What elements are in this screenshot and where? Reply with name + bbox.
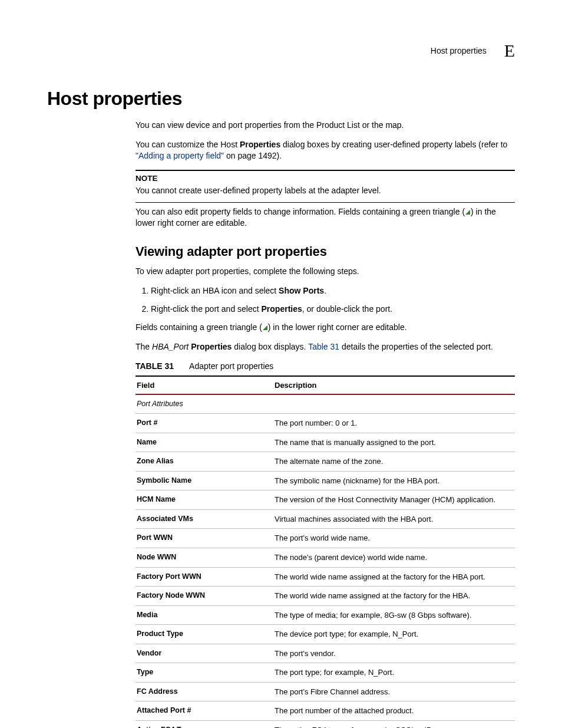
table-row: Zone AliasThe alternate name of the zone…: [135, 452, 515, 472]
steps-list: Right-click an HBA icon and select Show …: [135, 285, 515, 315]
cell-field: Port #: [135, 414, 273, 433]
col-description: Description: [273, 376, 515, 395]
show-ports-label: Show Ports: [279, 286, 324, 295]
cell-description: The port's world wide name.: [273, 529, 515, 548]
hba-port-italic: HBA_Port: [152, 342, 189, 351]
cell-description: Virtual machines associated with the HBA…: [273, 509, 515, 529]
table-group-label: Port Attributes: [135, 394, 515, 413]
green-triangle-icon: [465, 210, 470, 215]
text: dialog boxes by creating user-defined pr…: [280, 140, 507, 149]
table-row: Node WWNThe node's (parent device) world…: [135, 548, 515, 568]
cell-field: Vendor: [135, 644, 273, 663]
properties-word: Properties: [240, 140, 280, 149]
cell-description: The type of media; for example, 8G-sw (8…: [273, 605, 515, 625]
cell-field: Factory Port WWN: [135, 567, 273, 587]
table-caption: TABLE 31Adapter port properties: [135, 361, 515, 372]
cell-description: The name that is manually assigned to th…: [273, 433, 515, 452]
subsection-title: Viewing adapter port properties: [135, 243, 515, 261]
properties-label: Properties: [262, 304, 302, 314]
properties-bold: Properties: [191, 342, 232, 351]
text: You can customize the Host: [135, 140, 240, 149]
text: ) in the lower right corner are editable…: [268, 322, 407, 332]
note-text: You cannot create user-defined property …: [135, 185, 515, 196]
table-row: Attached Port #The port number of the at…: [135, 701, 515, 721]
step-1: Right-click an HBA icon and select Show …: [151, 285, 515, 297]
table-row: VendorThe port's vendor.: [135, 644, 515, 663]
cell-description: The node's (parent device) world wide na…: [273, 548, 515, 568]
table-row: Port WWNThe port's world wide name.: [135, 529, 515, 548]
text: You can also edit property fields to cha…: [135, 207, 465, 216]
cell-description: The port number: 0 or 1.: [273, 414, 515, 433]
table-number: TABLE 31: [135, 361, 174, 371]
note-label: NOTE: [135, 173, 515, 184]
cell-field: FC Address: [135, 682, 273, 701]
cell-description: The port's vendor.: [273, 644, 515, 663]
table-row: FC AddressThe port's Fibre Channel addre…: [135, 682, 515, 701]
body: You can view device and port properties …: [135, 120, 515, 728]
paragraph-editable-info: You can also edit property fields to cha…: [135, 206, 515, 229]
table-row: MediaThe type of media; for example, 8G-…: [135, 605, 515, 625]
cell-field: Associated VMs: [135, 509, 273, 529]
cell-field: Zone Alias: [135, 452, 273, 472]
subsection-intro: To view adapter port properties, complet…: [135, 266, 515, 277]
cell-description: The device port type; for example, N_Por…: [273, 625, 515, 644]
table-row: Port #The port number: 0 or 1.: [135, 414, 515, 433]
text: details the properties of the selected p…: [339, 342, 493, 351]
table-row: HCM NameThe version of the Host Connecti…: [135, 490, 515, 510]
link-adding-property-field[interactable]: "Adding a property field": [135, 151, 224, 160]
table-row: NameThe name that is manually assigned t…: [135, 433, 515, 452]
section-title: Host properties: [47, 86, 515, 111]
cell-field: HCM Name: [135, 490, 273, 510]
intro-paragraph-2: You can customize the Host Properties di…: [135, 139, 515, 162]
appendix-letter: E: [504, 39, 515, 63]
cell-field: Factory Node WWN: [135, 587, 273, 606]
cell-description: The symbolic name (nickname) for the HBA…: [273, 471, 515, 490]
table-row: TypeThe port type; for example, N_Port.: [135, 663, 515, 683]
cell-field: Media: [135, 605, 273, 625]
running-header-text: Host properties: [431, 45, 487, 57]
table-header-row: Field Description: [135, 376, 515, 395]
cell-description: The world wide name assigned at the fact…: [273, 567, 515, 587]
dialog-box-paragraph: The HBA_Port Properties dialog box displ…: [135, 341, 515, 353]
cell-field: Type: [135, 663, 273, 683]
fields-editable-note: Fields containing a green triangle () in…: [135, 322, 515, 333]
text: Right-click an HBA icon and select: [151, 286, 279, 295]
cell-field: Attached Port #: [135, 701, 273, 721]
table-group-row: Port Attributes: [135, 394, 515, 413]
text: .: [324, 286, 326, 295]
table-row: Product TypeThe device port type; for ex…: [135, 625, 515, 644]
running-header: Host properties E: [431, 39, 515, 63]
table-row: Active FC4 TypesThe active FC4 types; fo…: [135, 720, 515, 728]
table-row: Factory Node WWNThe world wide name assi…: [135, 587, 515, 606]
properties-table: Field Description Port AttributesPort #T…: [135, 375, 515, 728]
cell-field: Node WWN: [135, 548, 273, 568]
text: Right-click the port and select: [151, 304, 262, 314]
table-row: Symbolic NameThe symbolic name (nickname…: [135, 471, 515, 490]
text: on page 1492).: [224, 151, 282, 160]
cell-description: The active FC4 types; for example, SCSI …: [273, 720, 515, 728]
cell-field: Symbolic Name: [135, 471, 273, 490]
table-row: Associated VMsVirtual machines associate…: [135, 509, 515, 529]
text: The: [135, 342, 152, 351]
col-field: Field: [135, 376, 273, 395]
cell-description: The version of the Host Connectivity Man…: [273, 490, 515, 510]
page: Host properties E Host properties You ca…: [0, 0, 562, 728]
text: Fields containing a green triangle (: [135, 322, 262, 332]
cell-field: Active FC4 Types: [135, 720, 273, 728]
rule-bottom: [135, 202, 515, 203]
text: dialog box displays.: [232, 342, 308, 351]
cell-field: Port WWN: [135, 529, 273, 548]
intro-paragraph-1: You can view device and port properties …: [135, 120, 515, 131]
link-table-31[interactable]: Table 31: [308, 342, 339, 351]
cell-description: The port number of the attached product.: [273, 701, 515, 721]
cell-description: The world wide name assigned at the fact…: [273, 587, 515, 606]
table-title: Adapter port properties: [189, 361, 273, 371]
cell-field: Product Type: [135, 625, 273, 644]
cell-description: The alternate name of the zone.: [273, 452, 515, 472]
cell-description: The port type; for example, N_Port.: [273, 663, 515, 683]
cell-description: The port's Fibre Channel address.: [273, 682, 515, 701]
text: , or double-click the port.: [302, 304, 392, 314]
table-row: Factory Port WWNThe world wide name assi…: [135, 567, 515, 587]
green-triangle-icon: [263, 325, 267, 330]
rule-top: [135, 170, 515, 171]
